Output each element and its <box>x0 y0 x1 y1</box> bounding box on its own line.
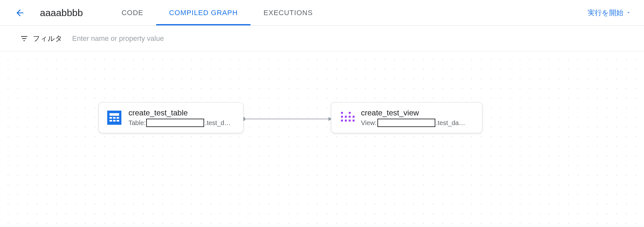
tab-compiled-graph[interactable]: COMPILED GRAPH <box>156 0 251 25</box>
start-execution-button[interactable]: 実行を開始 <box>588 8 631 18</box>
svg-rect-6 <box>113 117 116 119</box>
view-icon <box>339 110 355 125</box>
svg-rect-7 <box>117 117 119 119</box>
svg-rect-9 <box>113 120 116 122</box>
svg-rect-10 <box>117 120 119 122</box>
svg-rect-5 <box>109 117 112 119</box>
svg-rect-4 <box>109 113 119 116</box>
node-title: create_test_view <box>361 108 474 117</box>
svg-rect-11 <box>341 112 343 114</box>
svg-rect-13 <box>341 116 343 118</box>
filter-label: フィルタ <box>33 34 62 43</box>
tabs-container: CODE COMPILED GRAPH EXECUTIONS <box>109 0 575 25</box>
svg-rect-19 <box>349 120 351 122</box>
svg-rect-8 <box>109 120 112 122</box>
svg-rect-20 <box>353 120 355 122</box>
back-button[interactable] <box>13 6 27 20</box>
redacted-path <box>146 119 204 127</box>
workspace-title: aaaabbbb <box>40 7 83 18</box>
svg-rect-18 <box>345 120 347 122</box>
svg-rect-17 <box>341 120 343 122</box>
svg-rect-15 <box>349 116 351 118</box>
graph-node-table[interactable]: create_test_table Table: .test_d… <box>99 102 243 133</box>
node-title: create_test_table <box>128 108 235 117</box>
table-icon <box>107 110 122 125</box>
start-execution-label: 実行を開始 <box>588 8 623 18</box>
chevron-down-icon <box>626 9 631 17</box>
node-subtitle: Table: .test_d… <box>128 119 235 127</box>
redacted-path <box>377 119 435 127</box>
filter-icon <box>19 34 29 43</box>
tab-executions[interactable]: EXECUTIONS <box>251 0 326 25</box>
node-subtitle: View: .test_da… <box>361 119 474 127</box>
svg-rect-16 <box>353 116 355 118</box>
svg-rect-12 <box>349 112 351 114</box>
svg-rect-14 <box>345 116 347 118</box>
graph-node-view[interactable]: create_test_view View: .test_da… <box>331 102 482 133</box>
filter-input[interactable] <box>72 34 625 43</box>
graph-canvas[interactable]: create_test_table Table: .test_d… <box>0 51 644 227</box>
tab-code[interactable]: CODE <box>109 0 156 25</box>
graph-edge <box>242 116 335 122</box>
